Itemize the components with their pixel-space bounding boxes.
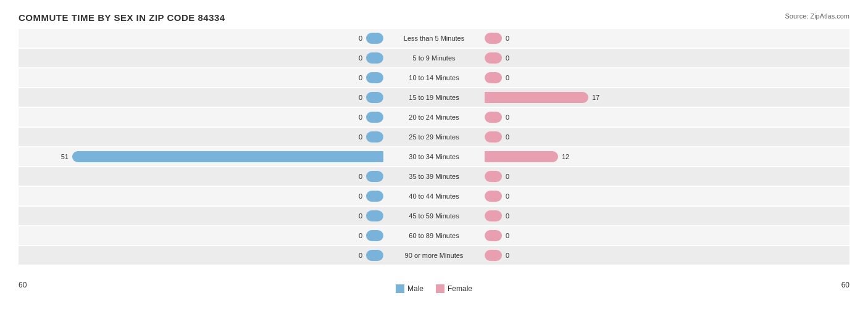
female-zero-label: 0 bbox=[506, 192, 509, 200]
chart-area: 0 Less than 5 Minutes 0 0 5 to 9 Minutes bbox=[19, 29, 849, 276]
female-zero-label: 0 bbox=[506, 232, 509, 239]
female-stub bbox=[485, 210, 502, 221]
right-section: 12 bbox=[483, 147, 849, 166]
row-label: 15 to 19 Minutes bbox=[385, 94, 483, 101]
left-section: 0 bbox=[19, 226, 385, 245]
chart-container: COMMUTE TIME BY SEX IN ZIP CODE 84334 So… bbox=[0, 0, 868, 322]
female-stub bbox=[485, 230, 502, 241]
chart-row: 0 15 to 19 Minutes 17 bbox=[19, 88, 849, 107]
row-label: 90 or more Minutes bbox=[385, 252, 483, 259]
female-stub bbox=[485, 33, 502, 44]
chart-row: 0 10 to 14 Minutes 0 bbox=[19, 68, 849, 87]
chart-row: 0 60 to 89 Minutes 0 bbox=[19, 226, 849, 245]
right-section: 0 bbox=[483, 49, 849, 67]
right-section: 0 bbox=[483, 187, 849, 205]
male-stub bbox=[366, 210, 383, 221]
left-section: 0 bbox=[19, 29, 385, 47]
left-section: 0 bbox=[19, 246, 385, 265]
female-stub bbox=[485, 250, 502, 261]
chart-row: 0 35 to 39 Minutes 0 bbox=[19, 167, 849, 186]
right-section: 0 bbox=[483, 68, 849, 87]
row-label: Less than 5 Minutes bbox=[385, 35, 483, 42]
left-section: 0 bbox=[19, 207, 385, 225]
female-zero-label: 0 bbox=[506, 212, 509, 220]
left-section: 0 bbox=[19, 108, 385, 126]
chart-row: 0 45 to 59 Minutes 0 bbox=[19, 207, 849, 225]
chart-title: COMMUTE TIME BY SEX IN ZIP CODE 84334 bbox=[19, 12, 849, 23]
legend-male-label: Male bbox=[407, 284, 424, 293]
female-stub bbox=[485, 72, 502, 83]
female-stub bbox=[485, 131, 502, 142]
left-section: 0 bbox=[19, 167, 385, 186]
female-zero-label: 0 bbox=[506, 114, 509, 121]
right-section: 0 bbox=[483, 246, 849, 265]
chart-row: 0 90 or more Minutes 0 bbox=[19, 246, 849, 265]
male-zero-label: 0 bbox=[359, 54, 362, 62]
female-zero-label: 0 bbox=[506, 133, 509, 141]
chart-row: 0 40 to 44 Minutes 0 bbox=[19, 187, 849, 205]
left-section: 0 bbox=[19, 187, 385, 205]
row-label: 45 to 59 Minutes bbox=[385, 212, 483, 220]
row-label: 35 to 39 Minutes bbox=[385, 173, 483, 180]
male-zero-label: 0 bbox=[359, 35, 362, 42]
female-zero-label: 0 bbox=[506, 252, 509, 259]
source-label: Source: ZipAtlas.com bbox=[785, 12, 849, 20]
male-stub bbox=[366, 171, 383, 182]
female-stub bbox=[485, 52, 502, 64]
right-section: 0 bbox=[483, 226, 849, 245]
right-section: 17 bbox=[483, 88, 849, 107]
male-zero-label: 0 bbox=[359, 192, 362, 200]
female-bar bbox=[485, 151, 558, 162]
female-zero-label: 0 bbox=[506, 35, 509, 42]
male-zero-label: 0 bbox=[359, 212, 362, 220]
legend-female: Female bbox=[436, 284, 472, 293]
right-section: 0 bbox=[483, 108, 849, 126]
chart-legend: Male Female bbox=[396, 284, 472, 293]
female-zero-label: 0 bbox=[506, 54, 509, 62]
chart-row: 0 25 to 29 Minutes 0 bbox=[19, 128, 849, 146]
male-zero-label: 0 bbox=[359, 232, 362, 239]
chart-row: 0 Less than 5 Minutes 0 bbox=[19, 29, 849, 47]
male-zero-label: 0 bbox=[359, 173, 362, 180]
chart-row: 51 30 to 34 Minutes 12 bbox=[19, 147, 849, 166]
right-section: 0 bbox=[483, 29, 849, 47]
legend-female-label: Female bbox=[448, 284, 472, 293]
left-section: 0 bbox=[19, 49, 385, 67]
female-stub bbox=[485, 171, 502, 182]
female-stub bbox=[485, 191, 502, 202]
row-label: 30 to 34 Minutes bbox=[385, 153, 483, 160]
row-label: 60 to 89 Minutes bbox=[385, 232, 483, 239]
male-zero-label: 0 bbox=[359, 133, 362, 141]
male-stub bbox=[366, 112, 383, 123]
axis-right-label: 60 bbox=[841, 281, 849, 293]
row-label: 40 to 44 Minutes bbox=[385, 192, 483, 200]
male-stub bbox=[366, 250, 383, 261]
right-section: 0 bbox=[483, 167, 849, 186]
axis-bottom: 60 Male Female 60 bbox=[19, 281, 849, 293]
row-label: 20 to 24 Minutes bbox=[385, 114, 483, 121]
chart-row: 0 5 to 9 Minutes 0 bbox=[19, 49, 849, 67]
row-label: 25 to 29 Minutes bbox=[385, 133, 483, 141]
male-stub bbox=[366, 191, 383, 202]
female-value-label: 12 bbox=[562, 153, 569, 160]
male-zero-label: 0 bbox=[359, 114, 362, 121]
male-stub bbox=[366, 131, 383, 142]
female-bar bbox=[485, 92, 588, 103]
left-section: 0 bbox=[19, 88, 385, 107]
male-zero-label: 0 bbox=[359, 94, 362, 101]
legend-male: Male bbox=[396, 284, 424, 293]
left-section: 0 bbox=[19, 128, 385, 146]
male-zero-label: 0 bbox=[359, 252, 362, 259]
left-section: 51 bbox=[19, 147, 385, 166]
left-section: 0 bbox=[19, 68, 385, 87]
female-value-label: 17 bbox=[592, 94, 599, 101]
row-label: 10 to 14 Minutes bbox=[385, 74, 483, 81]
right-section: 0 bbox=[483, 207, 849, 225]
female-zero-label: 0 bbox=[506, 173, 509, 180]
female-zero-label: 0 bbox=[506, 74, 509, 81]
male-zero-label: 0 bbox=[359, 74, 362, 81]
chart-row: 0 20 to 24 Minutes 0 bbox=[19, 108, 849, 126]
male-stub bbox=[366, 52, 383, 64]
male-stub bbox=[366, 92, 383, 103]
row-label: 5 to 9 Minutes bbox=[385, 54, 483, 62]
